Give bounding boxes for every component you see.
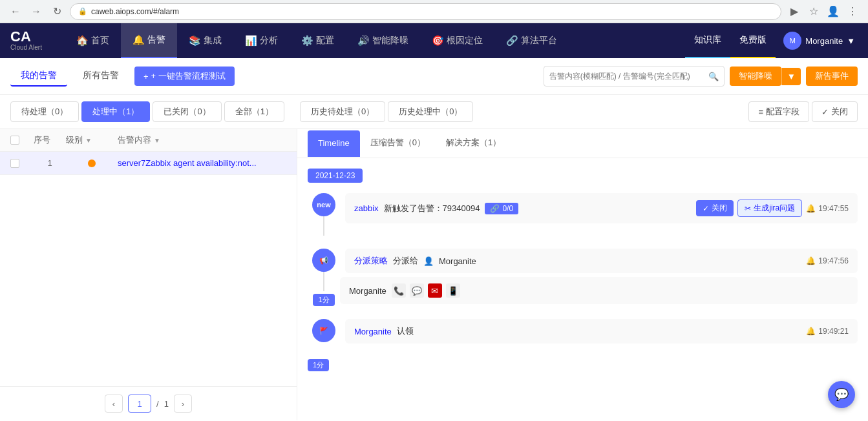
alarm-icon: 🔔 xyxy=(132,34,145,46)
nav-knowledge[interactable]: 知识库 xyxy=(685,23,730,58)
timeline-node-claim: 🚩 xyxy=(312,319,335,342)
nav-free[interactable]: 免费版 xyxy=(730,23,776,58)
nav-item-root-cause[interactable]: 🎯 根因定位 xyxy=(420,23,494,58)
home-icon: 🏠 xyxy=(76,35,89,46)
browser-cast-btn[interactable]: ▶ xyxy=(787,4,802,19)
browser-address-bar[interactable]: 🔒 caweb.aiops.com/#/alarm xyxy=(70,3,781,20)
left-panel: 序号 级别 ▼ 告警内容 ▼ 1 server7Zabb xyxy=(0,129,297,420)
app-logo: CA Cloud Alert xyxy=(0,30,65,52)
algo-icon: 🔗 xyxy=(506,35,518,46)
th-check xyxy=(10,136,34,145)
tl-user-morganite: Morganite xyxy=(349,286,386,296)
pagination: ‹ 1 / 1 › xyxy=(0,386,297,420)
config-field-label: 配置字段 xyxy=(766,106,799,118)
nav-item-home[interactable]: 🏠 首页 xyxy=(65,23,121,58)
filter-pending[interactable]: 待处理（0） xyxy=(10,101,79,122)
nav-label-alarm: 告警 xyxy=(147,34,165,46)
btn-test-label: + 一键告警流程测试 xyxy=(151,70,226,82)
integration-icon: 📚 xyxy=(189,35,201,46)
table-row[interactable]: 1 server7Zabbix agent availability:not..… xyxy=(0,152,297,175)
th-content[interactable]: 告警内容 ▼ xyxy=(118,134,286,146)
nav-label-config: 配置 xyxy=(316,35,334,46)
search-area: 🔍 智能降噪 ▼ 新告事件 xyxy=(544,66,858,87)
nav-label-home: 首页 xyxy=(91,35,109,46)
td-check xyxy=(10,159,34,168)
nav-item-config[interactable]: ⚙️ 配置 xyxy=(290,23,346,58)
btn-config-field[interactable]: ≡ 配置字段 xyxy=(748,101,809,122)
btn-close-all[interactable]: ✓ 关闭 xyxy=(812,101,858,122)
tab-timeline[interactable]: Timeline xyxy=(308,130,360,157)
search-input[interactable] xyxy=(549,72,708,81)
filter-hist-pending[interactable]: 历史待处理（0） xyxy=(300,101,385,122)
nav-items: 🏠 首页 🔔 告警 📚 集成 📊 分析 ⚙️ 配置 🔊 智能降噪 🎯 根因定位 xyxy=(65,23,685,58)
browser-url: caweb.aiops.com/#/alarm xyxy=(91,7,179,16)
bottom-min-badge: 1分 xyxy=(308,359,329,371)
browser-profile-btn[interactable]: 👤 xyxy=(825,4,841,19)
next-page-btn[interactable]: › xyxy=(174,395,192,413)
level-dot-orange xyxy=(88,159,96,167)
assign-person-icon: 👤 xyxy=(423,256,434,266)
browser-forward-btn[interactable]: → xyxy=(28,4,44,19)
tl-link-badge[interactable]: 🔗 0/0 xyxy=(485,203,518,214)
nav-item-algo[interactable]: 🔗 算法平台 xyxy=(494,23,569,58)
browser-menu-btn[interactable]: ⋮ xyxy=(845,4,860,19)
total-pages: 1 xyxy=(164,399,169,409)
filter-bar: 待处理（0） 处理中（1） 已关闭（0） 全部（1） 历史待处理（0） 历史处理… xyxy=(0,95,868,129)
tl-source-zabbix: zabbix xyxy=(354,203,379,213)
btn-smart-dropdown[interactable]: ▼ xyxy=(781,68,801,85)
timeline-body-1: zabbix 新触发了告警：79340094 🔗 0/0 ✓ 关闭 xyxy=(345,193,858,223)
timeline-item-3: 🚩 Morganite 认领 🔔 19:49:21 xyxy=(308,319,858,344)
tl-strategy: 分派策略 xyxy=(354,255,388,267)
header-checkbox[interactable] xyxy=(10,136,19,145)
timeline-row-2a: 分派策略 分派给 👤 Morganite 🔔 19:47:56 xyxy=(354,255,849,267)
td-level xyxy=(66,159,118,167)
date-badge: 2021-12-23 xyxy=(308,169,363,183)
tab-all-alarm[interactable]: 所有告警 xyxy=(72,66,129,87)
tl-time-2: 🔔 19:47:56 xyxy=(806,256,849,265)
nav-item-analysis[interactable]: 📊 分析 xyxy=(233,23,290,58)
nav-label-algo: 算法平台 xyxy=(521,35,557,46)
nav-label-root-cause: 根因定位 xyxy=(447,35,483,46)
bell-icon-3: 🔔 xyxy=(806,327,816,336)
app-nav: CA Cloud Alert 🏠 首页 🔔 告警 📚 集成 📊 分析 ⚙️ 配置… xyxy=(0,23,868,58)
tab-compressed[interactable]: 压缩告警（0） xyxy=(360,129,436,158)
btn-smart-noise[interactable]: 智能降噪 xyxy=(730,67,781,86)
filter-hist-processing[interactable]: 历史处理中（0） xyxy=(388,101,473,122)
chevron-down-icon: ▼ xyxy=(847,36,855,46)
timeline-min-badge-1: 1分 xyxy=(313,294,334,306)
browser-back-btn[interactable]: ← xyxy=(8,4,23,19)
td-seq: 1 xyxy=(34,158,66,168)
tl-claim-user: Morganite xyxy=(354,327,392,336)
filter-processing[interactable]: 处理中（1） xyxy=(81,101,150,122)
bell-icon-1: 🔔 xyxy=(806,204,816,213)
tl-assignee: Morganite xyxy=(439,256,476,266)
content-label: 告警内容 xyxy=(118,134,151,146)
btn-test-flow[interactable]: + + 一键告警流程测试 xyxy=(134,67,235,86)
browser-refresh-btn[interactable]: ↻ xyxy=(49,4,65,19)
prev-page-btn[interactable]: ‹ xyxy=(105,395,123,413)
tab-my-alarm[interactable]: 我的告警 xyxy=(10,66,67,87)
row-checkbox[interactable] xyxy=(10,159,19,168)
panels: 序号 级别 ▼ 告警内容 ▼ 1 server7Zabb xyxy=(0,129,868,420)
filter-closed[interactable]: 已关闭（0） xyxy=(153,101,221,122)
check-icon: ✓ xyxy=(821,107,829,117)
nav-item-smart-noise[interactable]: 🔊 智能降噪 xyxy=(346,23,420,58)
timeline-left-1: new xyxy=(308,193,340,236)
nav-item-alarm[interactable]: 🔔 告警 xyxy=(121,23,177,58)
btn-new-event[interactable]: 新告事件 xyxy=(806,67,858,86)
close-label: 关闭 xyxy=(712,203,727,214)
nav-user[interactable]: M Morganite ▼ xyxy=(776,32,863,50)
timeline-body-2: 分派策略 分派给 👤 Morganite 🔔 19:47:56 xyxy=(345,249,858,273)
search-input-wrapper[interactable]: 🔍 xyxy=(544,66,725,87)
browser-bookmark-btn[interactable]: ☆ xyxy=(806,4,821,19)
nav-item-integration[interactable]: 📚 集成 xyxy=(177,23,233,58)
smart-label: 智能降噪 xyxy=(739,70,772,82)
chat-fab[interactable]: 💬 xyxy=(828,381,855,408)
timeline-node-new: new xyxy=(312,193,335,216)
th-level[interactable]: 级别 ▼ xyxy=(66,134,118,146)
btn-close-alert[interactable]: ✓ 关闭 xyxy=(696,200,734,216)
tab-solution[interactable]: 解决方案（1） xyxy=(436,129,511,158)
config-icon: ⚙️ xyxy=(301,35,313,46)
btn-gen-jira[interactable]: ✂ 生成jira问题 xyxy=(737,200,802,217)
filter-all[interactable]: 全部（1） xyxy=(224,101,284,122)
